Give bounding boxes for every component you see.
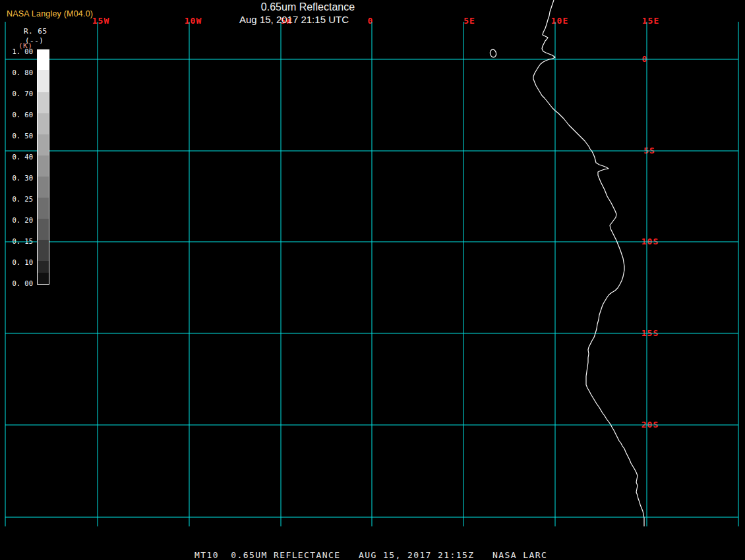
island-outline [489, 49, 496, 58]
colorbar-segment [38, 198, 49, 219]
colorbar-gradient [37, 49, 49, 285]
footer-caption: MT10 0.65UM REFLECTANCE AUG 15, 2017 21:… [194, 550, 547, 560]
colorbar-segment [38, 70, 49, 92]
page-title: 0.65um Reflectance [261, 1, 355, 13]
colorbar-segment [38, 219, 49, 240]
colorbar-segment [38, 113, 49, 134]
reflectance-map-screen: NASA Langley (M04.0) 15W10W5W05E10E15E 0… [0, 0, 745, 560]
colorbar-segment [38, 273, 49, 284]
colorbar-segment [38, 155, 49, 177]
colorbar-segment [38, 240, 49, 261]
colorbar-title: R. 65 [24, 27, 47, 36]
coastline-path [533, 0, 644, 526]
timestamp-subtitle: Aug 15, 2017 21:15 UTC [239, 14, 349, 25]
colorbar-units-overlay-label: (K) [18, 42, 32, 50]
source-version-label: NASA Langley (M04.0) [7, 9, 93, 18]
colorbar-segment [38, 134, 49, 155]
colorbar-segment [38, 50, 49, 70]
map-canvas [0, 0, 745, 560]
colorbar-segment [38, 177, 49, 198]
colorbar-segment [38, 92, 49, 113]
colorbar-segment [38, 261, 49, 273]
